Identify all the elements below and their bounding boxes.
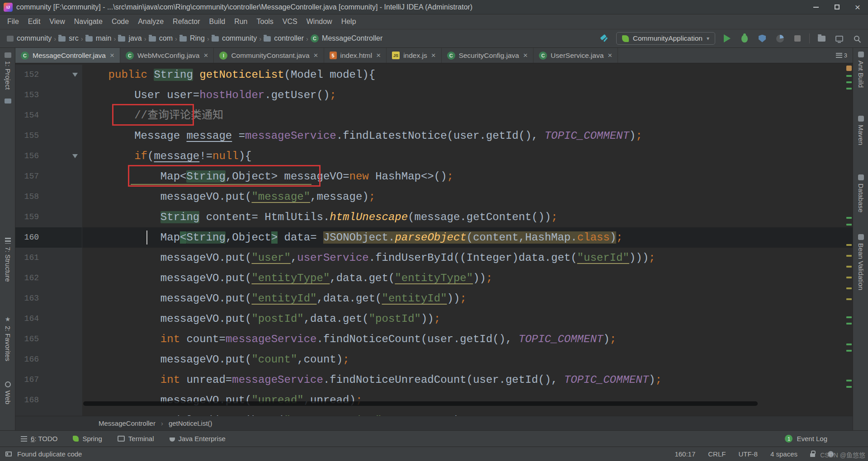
code-content[interactable]: model.addAttribute("commentNotice", mess… bbox=[82, 410, 853, 416]
code-line-156[interactable]: 156 if(message!=null){ bbox=[15, 146, 853, 166]
toolwindow-ant-build[interactable]: Ant Build bbox=[853, 52, 868, 88]
line-ending-indicator[interactable]: CRLF bbox=[708, 450, 726, 458]
close-button[interactable]: × bbox=[847, 0, 868, 14]
menu-item-file[interactable]: File bbox=[3, 15, 24, 28]
menu-item-analyze[interactable]: Analyze bbox=[133, 15, 168, 28]
toolwindow-7-structure[interactable]: 7: Structure bbox=[0, 238, 15, 282]
menu-item-code[interactable]: Code bbox=[107, 15, 133, 28]
code-line-158[interactable]: 158 messageVO.put("message",message); bbox=[15, 187, 853, 207]
breadcrumb-method[interactable]: getNoticeList() bbox=[169, 419, 212, 427]
breadcrumb-item-messagecontroller[interactable]: CMessageController bbox=[309, 34, 384, 42]
close-icon[interactable]: × bbox=[203, 51, 208, 60]
breadcrumb-item-community[interactable]: community bbox=[5, 34, 53, 42]
lock-icon[interactable] bbox=[810, 453, 815, 457]
maximize-button[interactable] bbox=[826, 0, 847, 14]
inspection-indicator[interactable] bbox=[846, 66, 852, 71]
code-line-153[interactable]: 153 User user=hostHolder.getUser(); bbox=[15, 85, 853, 105]
code-line-152[interactable]: 152 public String getNoticeList(Model mo… bbox=[15, 65, 853, 85]
menu-item-refactor[interactable]: Refactor bbox=[168, 15, 204, 28]
fold-icon[interactable] bbox=[72, 73, 78, 77]
breadcrumb-class[interactable]: MessageController bbox=[99, 419, 156, 427]
menu-item-window[interactable]: Window bbox=[302, 15, 337, 28]
breadcrumb-item-community[interactable]: community bbox=[210, 34, 258, 42]
code-editor[interactable]: 152 public String getNoticeList(Model mo… bbox=[15, 63, 853, 416]
indent-indicator[interactable]: 4 spaces bbox=[770, 450, 797, 458]
line-number[interactable]: 167 bbox=[15, 370, 39, 390]
line-number[interactable]: 156 bbox=[15, 146, 39, 166]
toolwindow-button-6-todo[interactable]: 6: TODO bbox=[21, 435, 57, 442]
menu-item-edit[interactable]: Edit bbox=[24, 15, 45, 28]
line-number[interactable]: 163 bbox=[15, 288, 39, 309]
toolwindow-button-terminal[interactable]: Terminal bbox=[118, 435, 154, 442]
line-number[interactable]: 165 bbox=[15, 329, 39, 349]
line-number[interactable]: 164 bbox=[15, 309, 39, 329]
code-line-169[interactable]: 169 model.addAttribute("commentNotice", … bbox=[15, 410, 853, 416]
menu-item-navigate[interactable]: Navigate bbox=[70, 15, 107, 28]
profiler-button[interactable] bbox=[774, 33, 786, 44]
search-everywhere-button[interactable] bbox=[851, 33, 863, 44]
code-line-159[interactable]: 159 String content= HtmlUtils.htmlUnesca… bbox=[15, 207, 853, 227]
line-number[interactable]: 157 bbox=[15, 166, 39, 187]
code-line-154[interactable]: 154 //查询评论类通知 bbox=[15, 105, 853, 126]
caret-position[interactable]: 160:17 bbox=[675, 450, 695, 458]
code-content[interactable]: messageVO.put("user",userService.findUse… bbox=[82, 248, 853, 268]
code-content[interactable]: messageVO.put("postId",data.get("postId"… bbox=[82, 309, 853, 329]
menu-item-run[interactable]: Run bbox=[230, 15, 252, 28]
code-line-155[interactable]: 155 Message message =messageService.find… bbox=[15, 126, 853, 146]
code-content[interactable]: messageVO.put("entityType",data.get("ent… bbox=[82, 268, 853, 288]
toolwindow-2-favorites[interactable]: ★2: Favorites bbox=[0, 315, 15, 361]
code-line-163[interactable]: 163 messageVO.put("entityId",data.get("e… bbox=[15, 288, 853, 309]
debug-button[interactable] bbox=[739, 33, 750, 44]
line-number[interactable]: 159 bbox=[15, 207, 39, 227]
code-line-164[interactable]: 164 messageVO.put("postId",data.get("pos… bbox=[15, 309, 853, 329]
breadcrumb-item-main[interactable]: main bbox=[84, 34, 113, 42]
line-number[interactable]: 153 bbox=[15, 85, 39, 105]
code-line-162[interactable]: 162 messageVO.put("entityType",data.get(… bbox=[15, 268, 853, 288]
line-number[interactable]: 154 bbox=[15, 105, 39, 126]
toolwindow-maven[interactable]: Maven bbox=[853, 116, 868, 145]
code-line-157[interactable]: 157 Map<String,Object> messageVO=new Has… bbox=[15, 166, 853, 187]
close-icon[interactable]: × bbox=[314, 51, 318, 60]
close-icon[interactable]: × bbox=[523, 51, 528, 60]
menu-item-vcs[interactable]: VCS bbox=[278, 15, 302, 28]
code-content[interactable]: User user=hostHolder.getUser(); bbox=[82, 85, 853, 105]
code-content[interactable]: messageVO.put("message",message); bbox=[82, 187, 853, 207]
code-content[interactable]: int count=messageService.findNoticeCount… bbox=[82, 329, 853, 349]
menu-item-tools[interactable]: Tools bbox=[252, 15, 278, 28]
line-number[interactable]: 158 bbox=[15, 187, 39, 207]
close-icon[interactable]: × bbox=[376, 51, 381, 60]
line-number[interactable]: 160 bbox=[15, 227, 39, 248]
build-project-button[interactable] bbox=[599, 33, 610, 44]
preview-button[interactable] bbox=[833, 33, 845, 44]
stop-button[interactable] bbox=[792, 33, 803, 44]
run-configuration-select[interactable]: CommunityApplication ▾ bbox=[616, 32, 715, 45]
menu-item-view[interactable]: View bbox=[45, 15, 69, 28]
tab-communityconstant-java[interactable]: ICommunityConstant.java× bbox=[214, 48, 324, 63]
toolwindow-button-spring[interactable]: Spring bbox=[73, 435, 102, 442]
tab-webmvcconfig-java[interactable]: CWebMvcConfig.java× bbox=[120, 48, 214, 63]
code-line-166[interactable]: 166 messageVO.put("count",count); bbox=[15, 349, 853, 370]
toolwindow-button-java-enterprise[interactable]: Java Enterprise bbox=[170, 435, 226, 442]
coverage-button[interactable] bbox=[756, 33, 768, 44]
tab-messagecontroller-java[interactable]: CMessageController.java× bbox=[15, 48, 120, 63]
breadcrumb-item-src[interactable]: src bbox=[57, 34, 80, 42]
code-line-168[interactable]: 168 messageVO.put("unread",unread); bbox=[15, 390, 853, 410]
tab-index-js[interactable]: JSindex.js× bbox=[387, 48, 442, 63]
line-number[interactable]: 161 bbox=[15, 248, 39, 268]
line-number[interactable]: 166 bbox=[15, 349, 39, 370]
toolwindow-1-project[interactable]: 1: Project bbox=[0, 52, 15, 89]
line-number[interactable]: 168 bbox=[15, 390, 39, 410]
encoding-indicator[interactable]: UTF-8 bbox=[738, 450, 758, 458]
toolwindow-folder[interactable] bbox=[0, 99, 15, 103]
event-log-button[interactable]: 1 Event Log bbox=[785, 435, 827, 442]
tab-index-html[interactable]: 5index.html× bbox=[324, 48, 387, 63]
close-icon[interactable]: × bbox=[431, 51, 436, 60]
code-line-167[interactable]: 167 int unread=messageService.findNotice… bbox=[15, 370, 853, 390]
toolwindow-toggle-icon[interactable] bbox=[5, 452, 12, 456]
project-structure-button[interactable] bbox=[816, 33, 827, 44]
run-button[interactable] bbox=[721, 33, 733, 44]
line-number[interactable]: 155 bbox=[15, 126, 39, 146]
error-stripe[interactable] bbox=[845, 63, 853, 416]
fold-icon[interactable] bbox=[72, 154, 78, 158]
breadcrumb-item-com[interactable]: com bbox=[147, 34, 174, 42]
